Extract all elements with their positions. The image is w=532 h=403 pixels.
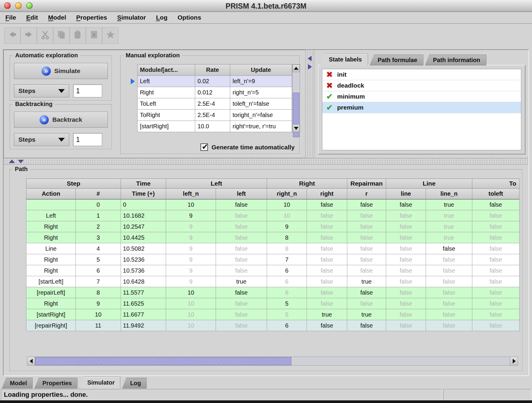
back-button[interactable] — [4, 27, 20, 44]
path-cell[interactable]: false — [386, 287, 426, 298]
path-cell[interactable]: false — [472, 210, 520, 221]
path-col-header[interactable]: right — [307, 189, 347, 199]
path-cell[interactable]: false — [472, 254, 520, 265]
path-cell[interactable]: false — [426, 265, 472, 276]
manual-col-header[interactable]: Update — [230, 64, 292, 76]
transition-cell[interactable]: left_n'=9 — [230, 76, 292, 87]
menu-options[interactable]: Options — [178, 14, 201, 21]
path-cell[interactable]: false — [386, 298, 426, 309]
generate-time-checkbox[interactable] — [201, 143, 208, 151]
path-cell[interactable]: 11.6525 — [121, 298, 166, 309]
path-cell[interactable]: false — [216, 243, 267, 254]
scroll-right-icon[interactable] — [510, 357, 518, 366]
tab-state-labels[interactable]: State labels — [321, 53, 368, 65]
forward-button[interactable] — [20, 27, 37, 44]
path-cell[interactable]: false — [472, 265, 520, 276]
path-cell[interactable]: 9 — [166, 221, 216, 232]
path-cell[interactable]: false — [472, 298, 520, 309]
path-cell[interactable]: false — [307, 243, 347, 254]
path-col-header[interactable]: right_n — [267, 189, 307, 199]
state-label-premium[interactable]: premium — [322, 102, 521, 113]
path-cell[interactable]: false — [426, 276, 472, 287]
path-col-header[interactable]: line_n — [426, 189, 472, 199]
path-cell[interactable]: 10.5236 — [121, 254, 166, 265]
path-cell[interactable]: false — [347, 298, 386, 309]
transition-cell[interactable]: ToRight — [138, 110, 195, 121]
path-cell[interactable]: Line — [26, 243, 76, 254]
path-cell[interactable]: false — [472, 287, 520, 298]
path-cell[interactable]: Right — [26, 221, 76, 232]
state-label-deadlock[interactable]: deadlock — [322, 80, 521, 91]
simulate-steps-input[interactable] — [73, 84, 102, 97]
backtrack-button[interactable]: « Backtrack — [14, 112, 108, 128]
path-cell[interactable]: Left — [26, 210, 76, 221]
path-cell[interactable]: false — [347, 221, 386, 232]
manual-table-scrollbar[interactable] — [292, 64, 300, 132]
path-cell[interactable]: [startRight] — [26, 309, 76, 320]
path-cell[interactable]: 8 — [267, 232, 307, 243]
main-tab-log[interactable]: Log — [122, 378, 147, 388]
path-cell[interactable]: false — [216, 221, 267, 232]
path-cell[interactable]: false — [472, 309, 520, 320]
path-cell[interactable]: false — [216, 287, 267, 298]
path-cell[interactable]: false — [216, 298, 267, 309]
transition-cell[interactable]: ToLeft — [138, 98, 195, 110]
scroll-down-icon[interactable] — [293, 124, 300, 132]
path-cell[interactable]: false — [216, 199, 267, 210]
path-cell[interactable]: 6 — [76, 265, 121, 276]
path-cell[interactable]: false — [386, 309, 426, 320]
path-cell[interactable]: false — [386, 254, 426, 265]
path-cell[interactable]: false — [386, 221, 426, 232]
path-cell[interactable]: false — [426, 287, 472, 298]
path-cell[interactable]: false — [347, 265, 386, 276]
manual-col-header[interactable]: Module/[act... — [138, 64, 195, 76]
path-cell[interactable]: false — [216, 254, 267, 265]
path-cell[interactable]: 6 — [267, 276, 307, 287]
path-cell[interactable]: false — [472, 221, 520, 232]
path-cell[interactable]: 6 — [267, 320, 307, 331]
path-cell[interactable]: false — [386, 276, 426, 287]
path-cell[interactable]: false — [307, 320, 347, 331]
path-cell[interactable]: 9 — [76, 298, 121, 309]
state-label-init[interactable]: init — [322, 69, 521, 80]
transition-cell[interactable]: 0.012 — [195, 87, 230, 98]
transition-cell[interactable]: right'=true, r'=tru — [230, 121, 292, 132]
path-cell[interactable]: Right — [26, 232, 76, 243]
path-cell[interactable]: true — [426, 221, 472, 232]
path-cell[interactable] — [26, 199, 76, 210]
state-label-minimum[interactable]: minimum — [322, 91, 521, 102]
collapse-left-icon[interactable] — [308, 56, 312, 61]
path-cell[interactable]: 10.2547 — [121, 221, 166, 232]
transition-cell[interactable]: 2.5E-4 — [195, 110, 230, 121]
path-col-header[interactable]: Time (+) — [121, 189, 166, 199]
transition-cell[interactable]: right_n'=5 — [230, 87, 292, 98]
path-cell[interactable]: 10 — [166, 287, 216, 298]
collapse-up-icon[interactable] — [9, 159, 15, 163]
path-cell[interactable]: false — [307, 221, 347, 232]
path-cell[interactable]: false — [472, 320, 520, 331]
path-cell[interactable]: 9 — [166, 232, 216, 243]
scroll-left-icon[interactable] — [27, 357, 35, 366]
scrollbar-track[interactable] — [35, 357, 510, 366]
scroll-up-icon[interactable] — [293, 64, 300, 72]
path-cell[interactable]: 9 — [166, 265, 216, 276]
path-col-header[interactable]: line — [386, 189, 426, 199]
path-cell[interactable]: false — [472, 276, 520, 287]
cut-button[interactable] — [37, 27, 53, 44]
path-cell[interactable]: 10 — [267, 210, 307, 221]
path-cell[interactable]: false — [347, 210, 386, 221]
path-cell[interactable]: false — [347, 320, 386, 331]
path-cell[interactable]: false — [307, 276, 347, 287]
path-col-header[interactable]: left — [216, 189, 267, 199]
simulate-steps-dropdown[interactable]: Steps — [14, 84, 69, 97]
path-cell[interactable]: false — [347, 232, 386, 243]
transition-cell[interactable]: 0.02 — [195, 76, 230, 87]
path-cell[interactable]: 10.4425 — [121, 232, 166, 243]
path-cell[interactable]: 9 — [166, 210, 216, 221]
menu-model[interactable]: Model — [48, 14, 66, 21]
vertical-splitter[interactable] — [305, 50, 314, 158]
simulate-button[interactable]: » Simulate — [14, 63, 108, 79]
path-cell[interactable]: true — [216, 276, 267, 287]
path-cell[interactable]: 10 — [267, 199, 307, 210]
path-cell[interactable]: false — [307, 265, 347, 276]
